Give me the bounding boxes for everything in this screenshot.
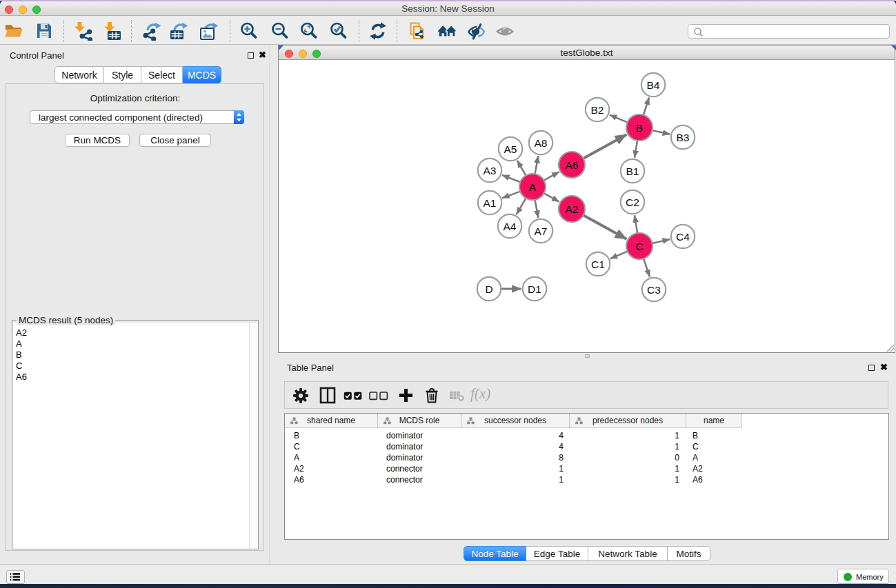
svg-text:C2: C2 — [626, 196, 639, 208]
svg-text:D1: D1 — [528, 283, 541, 295]
svg-text:B3: B3 — [677, 132, 690, 143]
svg-text:C: C — [635, 241, 643, 252]
svg-text:C3: C3 — [647, 284, 661, 296]
svg-text:A5: A5 — [504, 143, 517, 155]
svg-text:A4: A4 — [504, 221, 517, 232]
svg-text:B: B — [636, 122, 643, 134]
svg-text:B2: B2 — [591, 104, 604, 116]
svg-text:A1: A1 — [484, 197, 497, 209]
svg-text:A3: A3 — [484, 165, 497, 176]
svg-text:A7: A7 — [535, 225, 548, 237]
svg-text:A: A — [529, 181, 537, 193]
svg-text:C4: C4 — [676, 231, 690, 243]
svg-text:B4: B4 — [647, 79, 660, 91]
svg-text:A6: A6 — [566, 159, 579, 171]
svg-text:A2: A2 — [566, 203, 579, 215]
svg-text:D: D — [485, 283, 492, 295]
svg-text:B1: B1 — [626, 165, 639, 177]
svg-text:C1: C1 — [591, 258, 605, 270]
svg-text:A8: A8 — [535, 137, 548, 149]
